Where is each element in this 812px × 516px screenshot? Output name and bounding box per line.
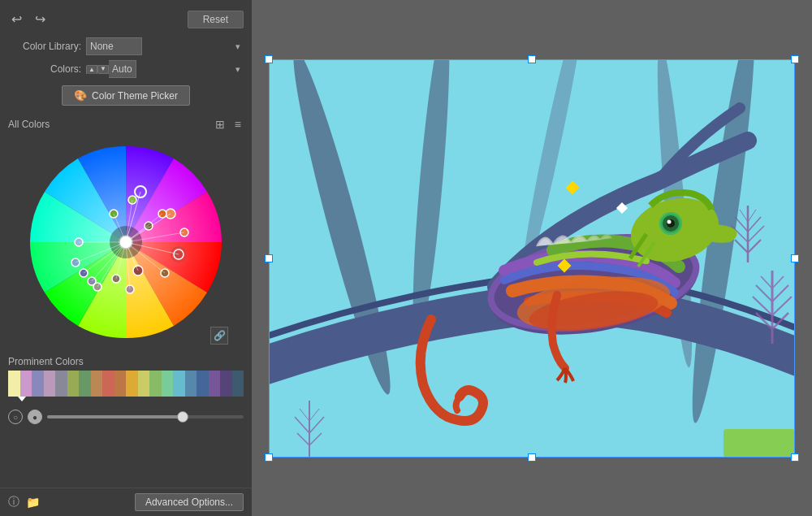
prominent-colors-bar xyxy=(8,371,244,397)
prominent-section: Prominent Colors xyxy=(0,351,252,405)
handle-mid-left[interactable] xyxy=(265,254,273,262)
color-wheel xyxy=(20,137,231,348)
color-swatch[interactable] xyxy=(114,371,127,397)
svg-point-86 xyxy=(667,219,672,223)
colors-select-wrapper: ▲ ▼ Auto 2 3 4 5 6 xyxy=(86,60,244,78)
handle-top-left[interactable] xyxy=(265,55,273,63)
color-swatch[interactable] xyxy=(79,371,91,397)
handle-mid-right[interactable] xyxy=(791,254,799,262)
prominent-title: Prominent Colors xyxy=(8,356,244,367)
circle-icon-large[interactable]: ● xyxy=(28,410,42,424)
color-wheel-container: 🔗 xyxy=(20,137,231,348)
picker-btn-label: Color Theme Picker xyxy=(92,90,178,102)
color-swatch[interactable] xyxy=(220,371,232,397)
wheel-section: All Colors ⊞ ≡ xyxy=(0,112,252,351)
handle-bottom-left[interactable] xyxy=(265,453,273,462)
artwork-container[interactable] xyxy=(269,59,795,457)
undo-button[interactable]: ↩ xyxy=(8,10,25,28)
chameleon-artwork xyxy=(269,59,795,457)
color-swatch[interactable] xyxy=(32,371,44,397)
color-library-label: Color Library: xyxy=(8,41,81,52)
handle-top-center[interactable] xyxy=(528,55,536,63)
handle-top-right[interactable] xyxy=(791,55,799,63)
color-swatch[interactable] xyxy=(232,371,244,397)
color-theme-picker-button[interactable]: 🎨 Color Theme Picker xyxy=(62,85,190,106)
color-swatch[interactable] xyxy=(102,371,114,397)
color-library-select[interactable]: None Pantone CMYK xyxy=(86,37,142,55)
swatch-indicator xyxy=(18,397,26,401)
colors-row: Colors: ▲ ▼ Auto 2 3 4 5 6 xyxy=(0,58,252,80)
link-icon[interactable]: 🔗 xyxy=(210,327,228,345)
handle-bottom-center[interactable] xyxy=(528,453,536,462)
redo-button[interactable]: ↪ xyxy=(32,10,49,28)
color-library-select-wrapper: None Pantone CMYK xyxy=(86,37,244,55)
svg-rect-88 xyxy=(723,429,795,457)
reset-button[interactable]: Reset xyxy=(188,11,244,28)
wheel-header: All Colors ⊞ ≡ xyxy=(8,117,244,132)
right-canvas-area xyxy=(252,0,812,516)
color-swatch[interactable] xyxy=(67,371,80,397)
color-swatch[interactable] xyxy=(44,371,56,397)
color-swatch[interactable] xyxy=(91,371,103,397)
color-swatch[interactable] xyxy=(197,371,209,397)
wheel-grid-icon[interactable]: ⊞ xyxy=(213,117,227,132)
color-swatch[interactable] xyxy=(126,371,138,397)
color-swatch[interactable] xyxy=(55,371,67,397)
circle-icon-small[interactable]: ○ xyxy=(8,410,23,424)
color-swatch[interactable] xyxy=(173,371,185,397)
colors-select-container: Auto 2 3 4 5 6 xyxy=(109,60,244,78)
colors-spinner-down[interactable]: ▼ xyxy=(97,65,109,74)
picker-btn-row: 🎨 Color Theme Picker xyxy=(0,80,252,112)
color-swatch[interactable] xyxy=(8,371,20,397)
handle-bottom-right[interactable] xyxy=(791,453,799,462)
color-swatch[interactable] xyxy=(162,371,174,397)
smoothness-slider[interactable] xyxy=(47,415,244,418)
folder-icon[interactable]: 📁 xyxy=(26,496,40,509)
colors-select[interactable]: Auto 2 3 4 5 6 xyxy=(109,60,136,78)
color-swatch[interactable] xyxy=(185,371,197,397)
wheel-title: All Colors xyxy=(8,119,50,130)
color-swatch[interactable] xyxy=(20,371,32,397)
slider-section: ○ ● xyxy=(0,405,252,427)
color-swatch[interactable] xyxy=(149,371,162,397)
advanced-options-button[interactable]: Advanced Options... xyxy=(135,493,244,511)
color-library-row: Color Library: None Pantone CMYK xyxy=(0,35,252,58)
bottom-bar: ⓘ 📁 Advanced Options... xyxy=(0,488,252,516)
wheel-icons: ⊞ ≡ xyxy=(213,117,244,132)
wheel-list-icon[interactable]: ≡ xyxy=(232,117,244,132)
colors-spinner-up[interactable]: ▲ xyxy=(86,65,97,74)
color-swatch[interactable] xyxy=(138,371,150,397)
info-icon[interactable]: ⓘ xyxy=(8,495,19,509)
left-panel: ↩ ↪ Reset Color Library: None Pantone CM… xyxy=(0,0,252,516)
colors-label: Colors: xyxy=(8,63,81,75)
toolbar-row: ↩ ↪ Reset xyxy=(0,7,252,35)
color-swatch[interactable] xyxy=(209,371,221,397)
picker-icon: 🎨 xyxy=(74,89,87,102)
